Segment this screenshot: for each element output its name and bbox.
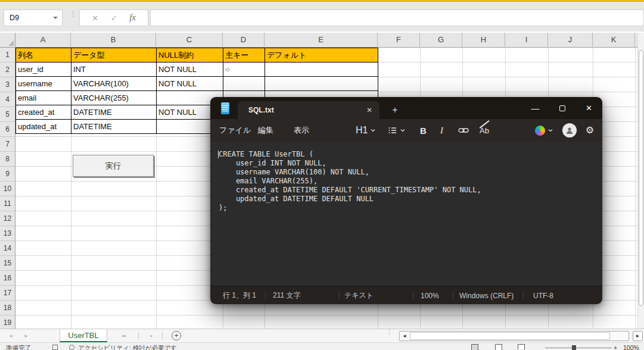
table-cell[interactable] bbox=[265, 62, 378, 77]
table-header-cell[interactable]: 主キー bbox=[223, 48, 265, 62]
row-header-4[interactable]: 4 bbox=[0, 92, 15, 107]
new-sheet-button[interactable]: + bbox=[172, 331, 181, 340]
table-cell[interactable]: NOT NULL bbox=[157, 62, 223, 77]
table-header-cell[interactable]: NULL制約 bbox=[157, 48, 223, 62]
account-avatar[interactable] bbox=[562, 123, 577, 138]
table-cell[interactable]: ○ bbox=[223, 62, 265, 77]
column-header-F[interactable]: F bbox=[378, 33, 420, 48]
table-header-cell[interactable]: デフォルト bbox=[265, 48, 378, 62]
table-header-cell[interactable]: データ型 bbox=[71, 48, 157, 62]
settings-gear-icon[interactable]: ⚙ bbox=[586, 126, 594, 135]
column-header-H[interactable]: H bbox=[462, 33, 505, 48]
vertical-scrollbar[interactable] bbox=[637, 48, 644, 329]
insert-function-icon[interactable]: fx bbox=[130, 13, 136, 23]
row-header-13[interactable]: 13 bbox=[0, 226, 15, 241]
menu-file[interactable]: ファイル bbox=[219, 119, 251, 142]
sheet-nav-right-icon[interactable]: ► bbox=[24, 329, 29, 342]
row-header-8[interactable]: 8 bbox=[0, 152, 15, 167]
tab-close-icon[interactable]: ✕ bbox=[366, 101, 372, 119]
zoom-in-icon[interactable]: + bbox=[614, 344, 617, 350]
zoom-level[interactable]: 100% bbox=[421, 286, 439, 305]
chevron-down-icon[interactable] bbox=[53, 17, 58, 21]
column-header-J[interactable]: J bbox=[548, 33, 593, 48]
row-header-16[interactable]: 16 bbox=[0, 271, 15, 286]
column-header-C[interactable]: C bbox=[156, 33, 223, 48]
row-header-17[interactable]: 17 bbox=[0, 286, 15, 301]
copilot-dropdown[interactable] bbox=[535, 119, 553, 142]
row-header-15[interactable]: 15 bbox=[0, 256, 15, 271]
table-cell[interactable]: username bbox=[16, 77, 71, 91]
column-header-A[interactable]: A bbox=[15, 33, 71, 48]
notepad-editor[interactable]: CREATE TABLE UserTBL ( user_id INT NOT N… bbox=[210, 142, 602, 286]
row-header-6[interactable]: 6 bbox=[0, 122, 15, 137]
table-cell[interactable]: user_id bbox=[16, 62, 71, 77]
table-cell[interactable]: DATETIME bbox=[71, 105, 157, 120]
menu-edit[interactable]: 編集 bbox=[258, 119, 273, 142]
scroll-right-icon[interactable]: ► bbox=[633, 331, 643, 341]
accessibility-status[interactable]: アクセシビリティ: 検討が必要です bbox=[78, 344, 177, 350]
page-layout-view-icon[interactable] bbox=[495, 344, 502, 350]
run-button[interactable]: 実行 bbox=[73, 155, 154, 177]
splitter-dots-icon[interactable]: ⋮ bbox=[386, 330, 393, 334]
formula-input[interactable] bbox=[150, 10, 644, 26]
list-dropdown[interactable] bbox=[388, 119, 406, 142]
table-cell[interactable]: email bbox=[16, 91, 71, 105]
table-cell[interactable]: created_at bbox=[16, 105, 71, 120]
sheet-tab-2[interactable]: – bbox=[113, 329, 135, 342]
table-header-cell[interactable]: 列名 bbox=[16, 48, 71, 62]
table-cell[interactable]: NOT NULL bbox=[157, 77, 223, 91]
column-header-E[interactable]: E bbox=[265, 33, 378, 48]
scroll-left-icon[interactable]: ◄ bbox=[402, 333, 407, 339]
table-cell[interactable]: VARCHAR(255) bbox=[71, 91, 157, 105]
zoom-slider-thumb[interactable] bbox=[572, 345, 576, 350]
encoding[interactable]: UTF-8 bbox=[533, 286, 553, 305]
row-header-7[interactable]: 7 bbox=[0, 137, 15, 152]
sheet-nav-left-icon[interactable]: ◄ bbox=[8, 329, 13, 342]
table-cell[interactable] bbox=[223, 77, 265, 91]
link-button[interactable] bbox=[458, 119, 469, 142]
row-header-9[interactable]: 9 bbox=[0, 167, 15, 182]
table-cell[interactable] bbox=[265, 77, 378, 91]
italic-button[interactable]: I bbox=[440, 119, 443, 142]
maximize-button[interactable] bbox=[549, 97, 575, 119]
normal-view-icon[interactable] bbox=[471, 344, 478, 350]
vertical-scrollbar-thumb[interactable] bbox=[639, 50, 643, 306]
column-header-G[interactable]: G bbox=[420, 33, 462, 48]
column-header-I[interactable]: I bbox=[505, 33, 548, 48]
row-header-5[interactable]: 5 bbox=[0, 107, 15, 122]
column-header-D[interactable]: D bbox=[223, 33, 265, 48]
bold-button[interactable]: B bbox=[420, 119, 427, 142]
horizontal-scrollbar[interactable]: ◄ bbox=[399, 331, 629, 341]
cancel-icon[interactable]: ✕ bbox=[92, 14, 98, 23]
sheet-tab-3[interactable]: - bbox=[143, 329, 160, 342]
zoom-percent[interactable]: 100% bbox=[623, 344, 639, 350]
sheet-tab-usertbl[interactable]: UserTBL bbox=[60, 329, 107, 342]
table-cell[interactable]: INT bbox=[71, 62, 157, 77]
column-header-B[interactable]: B bbox=[71, 33, 156, 48]
macro-record-icon[interactable] bbox=[52, 345, 58, 350]
table-cell[interactable]: DATETIME bbox=[71, 120, 157, 134]
row-header-18[interactable]: 18 bbox=[0, 301, 15, 315]
column-header-K[interactable]: K bbox=[593, 33, 635, 48]
row-header-14[interactable]: 14 bbox=[0, 241, 15, 256]
notepad-titlebar[interactable]: SQL.txt ✕ + — ✕ bbox=[210, 97, 602, 119]
select-all-corner[interactable] bbox=[0, 33, 15, 48]
row-header-3[interactable]: 3 bbox=[0, 77, 15, 92]
row-header-2[interactable]: 2 bbox=[0, 62, 15, 77]
notepad-tab[interactable]: SQL.txt ✕ bbox=[238, 101, 379, 119]
row-header-1[interactable]: 1 bbox=[0, 48, 15, 62]
table-cell[interactable]: VARCHAR(100) bbox=[71, 77, 157, 91]
horizontal-scrollbar-thumb[interactable] bbox=[410, 332, 610, 340]
enter-icon[interactable]: ✓ bbox=[111, 14, 117, 23]
row-header-19[interactable]: 19 bbox=[0, 315, 15, 329]
row-header-10[interactable]: 10 bbox=[0, 182, 15, 196]
new-tab-button[interactable]: + bbox=[386, 101, 404, 119]
cell-name-box[interactable]: D9 bbox=[4, 10, 63, 26]
page-break-view-icon[interactable] bbox=[518, 344, 525, 350]
table-cell[interactable]: updated_at bbox=[16, 120, 71, 134]
close-button[interactable]: ✕ bbox=[575, 97, 602, 119]
minimize-button[interactable]: — bbox=[522, 97, 549, 119]
heading-dropdown[interactable]: H1 bbox=[356, 119, 376, 142]
menu-view[interactable]: 表示 bbox=[294, 119, 309, 142]
zoom-slider[interactable] bbox=[545, 348, 612, 348]
